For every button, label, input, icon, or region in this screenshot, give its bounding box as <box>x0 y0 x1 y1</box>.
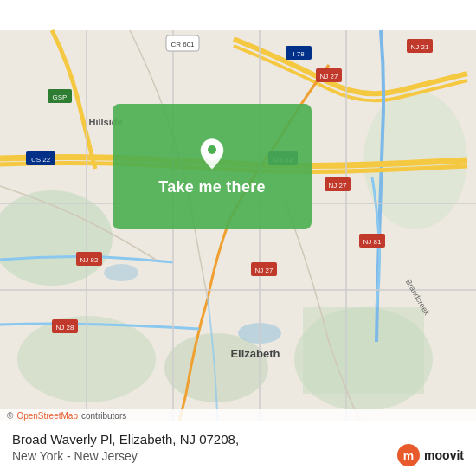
moovit-icon: m <box>396 443 421 467</box>
map-pin-icon <box>195 137 229 171</box>
svg-text:GSP: GSP <box>53 93 68 101</box>
map-svg: CR 601 I 78 NJ 21 GSP US 22 US 22 NJ 27 … <box>0 0 476 476</box>
svg-text:m: m <box>403 449 414 463</box>
svg-text:NJ 27: NJ 27 <box>329 182 347 190</box>
svg-rect-4 <box>303 307 424 394</box>
address-line2: New York - New Jersey <box>12 448 395 466</box>
svg-text:NJ 81: NJ 81 <box>363 238 382 246</box>
moovit-brand-name: moovit <box>424 448 464 462</box>
moovit-logo: m moovit <box>396 443 464 467</box>
svg-text:CR 601: CR 601 <box>170 41 195 48</box>
map-container: CR 601 I 78 NJ 21 GSP US 22 US 22 NJ 27 … <box>0 0 476 476</box>
take-me-there-button[interactable]: Take me there <box>158 178 266 196</box>
copyright-contributors: contributors <box>81 411 126 421</box>
svg-text:NJ 82: NJ 82 <box>80 256 99 264</box>
openstreetmap-link[interactable]: OpenStreetMap <box>16 411 78 421</box>
info-bar: Broad Waverly Pl, Elizabeth, NJ 07208, N… <box>0 421 476 476</box>
cta-overlay[interactable]: Take me there <box>113 104 312 229</box>
svg-point-43 <box>208 145 216 154</box>
address-line1: Broad Waverly Pl, Elizabeth, NJ 07208, <box>12 430 395 448</box>
svg-text:I 78: I 78 <box>293 50 305 58</box>
copyright-symbol: © <box>7 411 13 421</box>
svg-text:NJ 21: NJ 21 <box>411 43 429 51</box>
svg-text:Elizabeth: Elizabeth <box>230 347 280 360</box>
svg-text:NJ 27: NJ 27 <box>320 73 338 80</box>
svg-text:US 22: US 22 <box>31 156 51 164</box>
svg-text:NJ 27: NJ 27 <box>255 267 273 274</box>
svg-point-8 <box>104 264 138 281</box>
svg-text:NJ 28: NJ 28 <box>56 324 74 331</box>
